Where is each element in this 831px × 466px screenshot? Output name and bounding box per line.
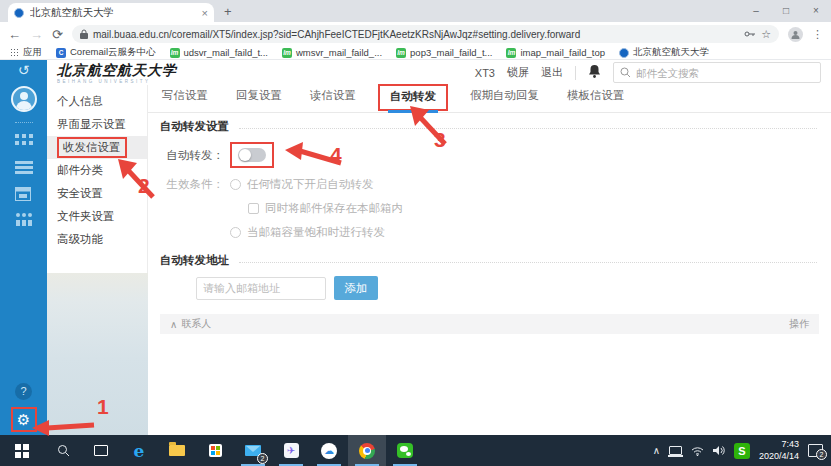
action-center-icon[interactable]: 2 bbox=[808, 444, 823, 457]
browser-tab[interactable]: 北京航空航天大学 × bbox=[8, 3, 214, 22]
header-divider bbox=[575, 66, 576, 80]
sidebar-item-personal-info[interactable]: 个人信息 bbox=[47, 90, 147, 113]
auto-forward-toggle[interactable] bbox=[238, 148, 266, 162]
browser-menu-icon[interactable]: ⋮ bbox=[812, 28, 823, 41]
sogou-input-icon[interactable]: S bbox=[734, 443, 750, 459]
tab-auto-forward[interactable]: 自动转发 bbox=[378, 84, 448, 111]
maximize-button[interactable]: □ bbox=[771, 0, 801, 22]
calendar-icon[interactable] bbox=[15, 186, 33, 201]
close-button[interactable]: × bbox=[801, 0, 831, 22]
settings-gear-icon[interactable]: ⚙ bbox=[17, 412, 30, 427]
address-bar[interactable]: mail.buaa.edu.cn/coremail/XT5/index.jsp?… bbox=[72, 25, 779, 43]
mail-grid-icon[interactable] bbox=[15, 134, 33, 149]
mail-master-button[interactable]: ✈ bbox=[272, 435, 310, 466]
chrome-button[interactable] bbox=[348, 435, 386, 466]
store-button[interactable] bbox=[196, 435, 234, 466]
bookmark-pop3[interactable]: lm pop3_mail_faild_t... bbox=[396, 47, 492, 58]
tab-read-settings[interactable]: 读信设置 bbox=[304, 88, 362, 112]
auto-forward-row: 自动转发： bbox=[148, 142, 831, 168]
sort-icon[interactable]: ∧ bbox=[170, 319, 177, 330]
section-title: 自动转发地址 bbox=[160, 253, 229, 268]
back-icon[interactable]: ↺ bbox=[18, 62, 30, 78]
bell-icon[interactable] bbox=[588, 64, 601, 82]
bookmark-wmsvr[interactable]: lm wmsvr_mail_faild_... bbox=[282, 47, 382, 58]
tab-vacation-reply[interactable]: 假期自动回复 bbox=[464, 88, 545, 112]
left-icon-strip: ↺ ? ⚙ bbox=[0, 60, 47, 435]
password-key-icon[interactable] bbox=[744, 30, 756, 38]
lock-screen-link[interactable]: 锁屏 bbox=[507, 65, 529, 80]
bookmark-udsvr[interactable]: lm udsvr_mail_faild_t... bbox=[170, 47, 268, 58]
contact-column-header: 联系人 bbox=[181, 317, 211, 331]
tray-chevron-icon[interactable]: ∧ bbox=[653, 445, 660, 456]
cloud-app-button[interactable]: ☁ bbox=[310, 435, 348, 466]
mail-badge: 2 bbox=[257, 453, 268, 464]
profile-avatar[interactable] bbox=[788, 27, 803, 42]
mail-header: 北京航空航天大学 BEIHANG UNIVERSITY XT3 锁屏 退出 bbox=[47, 60, 831, 85]
option-any-label: 任何情况下开启自动转发 bbox=[247, 177, 374, 192]
edge-button[interactable]: e bbox=[120, 435, 158, 466]
wifi-icon[interactable] bbox=[691, 442, 704, 460]
option-keep-label: 同时将邮件保存在本邮箱内 bbox=[265, 201, 403, 216]
window-controls: – □ × bbox=[741, 0, 831, 22]
mail-app-button[interactable]: 2 bbox=[234, 435, 272, 466]
browser-tabstrip: 北京航空航天大学 × + – □ × bbox=[0, 0, 831, 22]
new-tab-button[interactable]: + bbox=[224, 4, 232, 19]
taskbar-clock[interactable]: 7:43 2020/4/14 bbox=[759, 439, 799, 462]
lm-favicon: lm bbox=[506, 48, 516, 58]
start-button[interactable] bbox=[0, 435, 44, 466]
reload-button[interactable]: ⟳ bbox=[52, 27, 63, 42]
sidebar-item-send-receive[interactable]: 收发信设置 bbox=[47, 136, 147, 159]
sidebar-item-security[interactable]: 安全设置 bbox=[47, 182, 147, 205]
cloud-app-icon: ☁ bbox=[321, 443, 337, 459]
sidebar-item-folders[interactable]: 文件夹设置 bbox=[47, 205, 147, 228]
sidebar-item-advanced[interactable]: 高级功能 bbox=[47, 228, 147, 251]
sidebar-item-display[interactable]: 界面显示设置 bbox=[47, 113, 147, 136]
mail-search-box[interactable] bbox=[613, 62, 821, 83]
section-dotted-line bbox=[239, 262, 817, 263]
condition-label: 生效条件： bbox=[156, 177, 224, 192]
add-address-button[interactable]: 添加 bbox=[334, 276, 378, 300]
back-button[interactable]: ← bbox=[8, 27, 21, 42]
search-icon bbox=[57, 444, 70, 457]
bookmark-star-icon[interactable]: ☆ bbox=[761, 28, 771, 41]
task-view-button[interactable] bbox=[82, 435, 120, 466]
sidebar-item-mail-classify[interactable]: 邮件分类 bbox=[47, 159, 147, 182]
bookmark-buaa[interactable]: 北京航空航天大学 bbox=[619, 46, 709, 59]
taskbar-search-button[interactable] bbox=[44, 435, 82, 466]
annotation-box-4 bbox=[230, 142, 274, 168]
user-avatar[interactable] bbox=[11, 86, 37, 112]
browser-tab-title: 北京航空航天大学 bbox=[30, 6, 196, 20]
forward-button[interactable]: → bbox=[30, 27, 43, 42]
bookmark-imap[interactable]: lm imap_mail_faild_top bbox=[506, 47, 605, 58]
minimize-button[interactable]: – bbox=[741, 0, 771, 22]
mail-search-input[interactable] bbox=[636, 67, 814, 79]
settings-sidebar: 个人信息 界面显示设置 收发信设置 邮件分类 安全设置 文件夹设置 高级功能 bbox=[47, 85, 148, 273]
radio-any-condition[interactable] bbox=[230, 179, 241, 190]
logout-link[interactable]: 退出 bbox=[541, 65, 563, 80]
bookmark-apps[interactable]: 应用 bbox=[10, 46, 42, 59]
tab-template-settings[interactable]: 模板信设置 bbox=[561, 88, 631, 112]
help-icon[interactable]: ? bbox=[15, 383, 32, 400]
section-forward-address: 自动转发地址 bbox=[160, 253, 817, 268]
section-title: 自动转发设置 bbox=[160, 119, 229, 134]
tab-close-icon[interactable]: × bbox=[202, 7, 208, 19]
forward-address-input[interactable] bbox=[196, 277, 326, 300]
checkbox-keep-copy[interactable] bbox=[248, 203, 259, 214]
windows-logo-icon bbox=[15, 444, 29, 458]
edge-icon: e bbox=[134, 441, 145, 461]
volume-icon[interactable] bbox=[713, 442, 725, 460]
keep-copy-row: 同时将邮件保存在本邮箱内 bbox=[148, 201, 831, 216]
folder-icon[interactable] bbox=[15, 160, 33, 175]
radio-quota-full[interactable] bbox=[230, 227, 241, 238]
action-center-badge: 2 bbox=[816, 449, 827, 460]
battery-icon[interactable] bbox=[669, 446, 682, 455]
tab-compose-settings[interactable]: 写信设置 bbox=[156, 88, 214, 112]
bookmark-coremail[interactable]: C Coremail云服务中心 bbox=[56, 46, 156, 59]
file-explorer-button[interactable] bbox=[158, 435, 196, 466]
annotation-box-2[interactable]: 收发信设置 bbox=[57, 137, 127, 158]
wechat-button[interactable] bbox=[386, 435, 424, 466]
tab-reply-settings[interactable]: 回复设置 bbox=[230, 88, 288, 112]
contacts-icon[interactable] bbox=[15, 212, 33, 227]
bookmarks-bar: 应用 C Coremail云服务中心 lm udsvr_mail_faild_t… bbox=[0, 46, 831, 60]
system-tray: ∧ S 7:43 2020/4/14 2 bbox=[653, 435, 831, 466]
